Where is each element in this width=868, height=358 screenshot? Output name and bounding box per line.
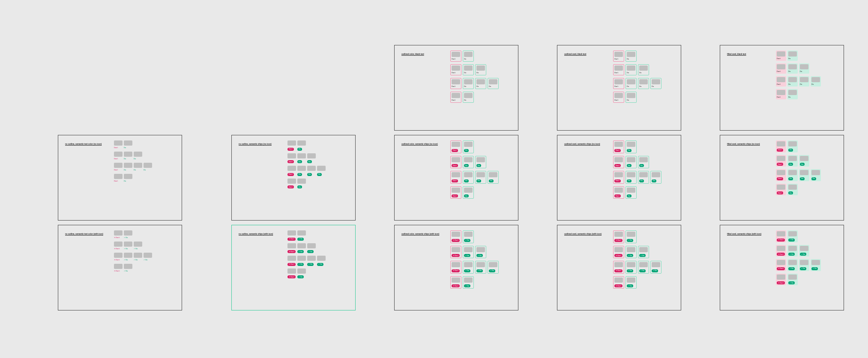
- do-label: Do: [627, 194, 632, 197]
- dont-label: Don't: [452, 149, 458, 152]
- do-label: Do: [627, 58, 635, 60]
- frame-c2r3[interactable]: no outline, semantic chips (with icon)Do…: [231, 225, 356, 310]
- dont-card: Don't: [776, 274, 786, 286]
- frame-title: no outline, semantic chips (no icon): [239, 143, 277, 145]
- dont-label: Don't: [114, 259, 123, 261]
- frame-c1r3[interactable]: no outline, semantic text color (with ic…: [58, 225, 182, 310]
- do-card: Do: [787, 140, 798, 152]
- thumbnail: [476, 66, 485, 71]
- thumbnail: [287, 153, 296, 158]
- do-label: Do: [297, 160, 302, 163]
- do-card: Do: [626, 186, 637, 199]
- thumbnail: [476, 157, 485, 162]
- row: Don'tDo: [776, 140, 822, 152]
- do-label: Do: [307, 160, 312, 163]
- thumbnail: [489, 172, 497, 177]
- do-card: Do: [638, 156, 649, 169]
- do-card: Do: [626, 156, 637, 169]
- frame-c5r3[interactable]: filled card, semantic chips (with icon)D…: [720, 225, 844, 310]
- thumbnail: [114, 152, 123, 157]
- thumbnail: [452, 188, 460, 193]
- do-card: Do: [787, 51, 798, 61]
- do-card: Do: [297, 166, 306, 176]
- do-label: Do: [627, 254, 633, 257]
- row: Don'tDo: [613, 276, 663, 289]
- thumbnail: [297, 153, 306, 158]
- thumbnail: [464, 277, 473, 283]
- dont-card: Don't: [114, 242, 123, 250]
- do-label: Do: [317, 263, 323, 266]
- design-canvas: no outline, semantic text color (no icon…: [0, 0, 868, 358]
- thumbnail: [287, 140, 296, 146]
- thumbnail: [627, 142, 635, 147]
- do-card: Do: [799, 63, 809, 74]
- do-card: Do: [297, 268, 306, 279]
- dont-card: Don't: [114, 230, 123, 239]
- do-card: Do: [134, 242, 142, 250]
- thumbnail: [452, 142, 460, 147]
- frame-c4r1[interactable]: outlined card, black textDon'tDoDon'tDoD…: [557, 45, 681, 131]
- row: Don'tDo: [776, 274, 822, 286]
- do-label: Do: [811, 83, 820, 86]
- thumbnail: [777, 260, 785, 265]
- do-card: Do: [811, 259, 821, 271]
- do-card: Do: [144, 163, 152, 171]
- do-card: Do: [134, 152, 142, 160]
- row: Don'tDoDoDo: [114, 163, 153, 171]
- do-label: Do: [464, 85, 473, 88]
- do-label: Do: [476, 179, 481, 182]
- frame-c4r3[interactable]: outlined card, semantic chips (with icon…: [557, 225, 681, 310]
- do-label: Do: [639, 85, 648, 88]
- frame-c4r2[interactable]: outlined card, semantic chips (no icon)D…: [557, 135, 681, 221]
- do-card: Do: [638, 246, 649, 259]
- do-card: Do: [650, 78, 661, 89]
- thumbnail: [134, 152, 142, 157]
- dont-card: Don't: [450, 186, 461, 199]
- dont-label: Don't: [614, 254, 623, 257]
- dont-card: Don't: [114, 264, 123, 272]
- frame-c5r1[interactable]: filled card, black textDon'tDoDon'tDoDoD…: [720, 45, 844, 131]
- dont-label: Don't: [287, 238, 296, 241]
- frame-c2r2[interactable]: no outline, semantic chips (no icon)Don'…: [231, 135, 356, 221]
- frame-c3r2[interactable]: outlined color, semantic chips (no icon)…: [394, 135, 518, 221]
- dont-label: Don't: [614, 194, 621, 197]
- dont-label: Don't: [452, 239, 460, 242]
- dont-label: Don't: [287, 148, 294, 151]
- dont-label: Don't: [777, 83, 785, 86]
- do-label: Do: [627, 72, 635, 74]
- do-card: Do: [317, 256, 326, 266]
- dont-card: Don't: [287, 243, 296, 254]
- thumbnail: [297, 140, 306, 146]
- frame-c1r2[interactable]: no outline, semantic text color (no icon…: [58, 135, 182, 221]
- dont-label: Don't: [614, 72, 623, 74]
- dont-card: Don't: [776, 184, 786, 196]
- frame-c5r2[interactable]: filled card, semantic chips (no icon)Don…: [720, 135, 844, 221]
- do-card: Do: [626, 171, 637, 184]
- do-label: Do: [124, 146, 132, 149]
- dont-label: Don't: [114, 169, 123, 171]
- do-card: Do: [799, 259, 809, 271]
- thumbnail: [627, 262, 635, 267]
- do-label: Do: [464, 149, 469, 152]
- do-label: Do: [639, 269, 646, 272]
- frame-c3r3[interactable]: outlined color, semantic chips (with ico…: [394, 225, 518, 310]
- thumbnail: [800, 156, 808, 161]
- thumbnail: [452, 262, 460, 267]
- row: Don'tDoDo: [450, 64, 500, 75]
- thumbnail: [627, 188, 635, 193]
- thumbnail: [297, 256, 306, 261]
- dont-label: Don't: [614, 58, 623, 60]
- do-card: Do: [488, 261, 499, 274]
- dont-label: Don't: [614, 99, 623, 101]
- do-card: Do: [787, 76, 798, 87]
- do-card: Do: [124, 152, 132, 160]
- frame-body: Don'tDoDon'tDoDoDon'tDoDoDoDon'tDo: [776, 51, 822, 102]
- do-label: Do: [464, 284, 470, 287]
- thumbnail: [800, 77, 808, 82]
- frame-title: no outline, semantic text color (with ic…: [65, 233, 104, 235]
- do-card: Do: [124, 264, 132, 272]
- thumbnail: [627, 79, 635, 84]
- do-card: Do: [638, 78, 649, 89]
- thumbnail: [452, 277, 460, 283]
- frame-c3r1[interactable]: outlined color, black textDon'tDoDon'tDo…: [394, 45, 518, 131]
